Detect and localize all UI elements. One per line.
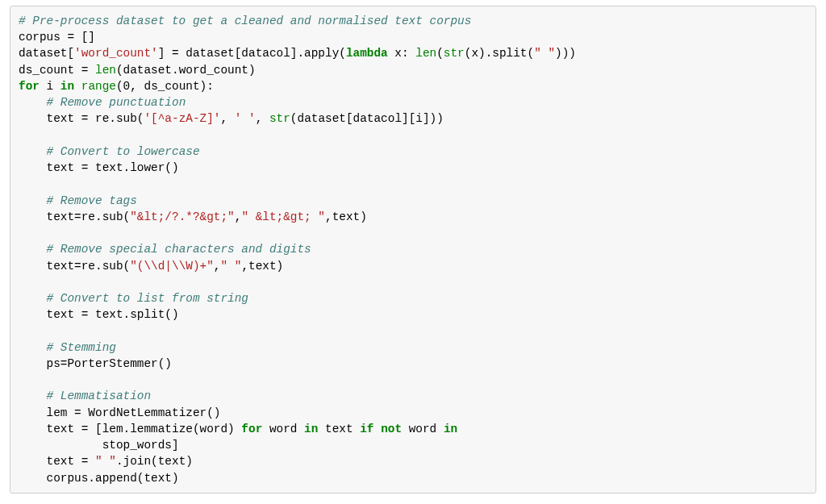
code-token: text=re.sub( <box>47 260 131 273</box>
code-token: text = [lem.lemmatize(word) <box>47 423 242 435</box>
indent <box>19 455 47 468</box>
string-token: " " <box>220 260 241 273</box>
indent <box>19 406 47 419</box>
indent <box>19 389 47 402</box>
indent <box>19 161 47 174</box>
code-token: word <box>262 423 304 435</box>
code-line: text = text.lower() <box>47 161 179 174</box>
indent <box>19 243 47 256</box>
code-token: .join(text) <box>116 455 193 468</box>
string-token: "&lt;/?.*?&gt;" <box>130 210 235 223</box>
comment: # Lemmatisation <box>47 389 152 402</box>
indent <box>19 439 102 452</box>
code-token: , <box>220 112 234 125</box>
builtin-token: len <box>415 47 436 60</box>
code-token: dataset[ <box>19 47 74 60</box>
code-token: text=re.sub( <box>47 210 131 223</box>
code-token: text = re.sub( <box>47 112 144 125</box>
number-token: 0 <box>123 80 131 93</box>
comment: # Convert to lowercase <box>47 145 200 158</box>
keyword-token: for <box>241 423 262 435</box>
code-token: ,text) <box>325 210 367 223</box>
comment: # Remove special characters and digits <box>47 243 311 256</box>
indent <box>19 194 47 207</box>
code-token: ds_count = <box>19 64 95 77</box>
code-token: ))) <box>555 47 576 60</box>
code-token: ,text) <box>241 260 283 273</box>
code-line: corpus = [] <box>19 31 95 44</box>
keyword-token: if <box>360 423 373 435</box>
code-block: # Pre-process dataset to get a cleaned a… <box>10 6 816 494</box>
builtin-token: len <box>95 64 116 77</box>
code-token: , <box>256 112 269 125</box>
string-token: " " <box>95 455 116 468</box>
builtin-token: str <box>444 47 465 60</box>
code-token: x: <box>388 47 416 60</box>
string-token: '[^a-zA-Z]' <box>144 112 220 125</box>
code-token: (dataset.word_count) <box>116 64 256 77</box>
indent <box>19 423 47 435</box>
indent <box>19 112 47 125</box>
code-token: word <box>402 423 444 435</box>
code-line: lem = WordNetLemmatizer() <box>47 406 221 419</box>
keyword-token: in <box>444 423 457 435</box>
code-line: text = text.split() <box>47 308 179 321</box>
code-token <box>374 423 382 435</box>
code-token: , ds_count): <box>130 80 214 93</box>
code-token: ( <box>436 47 444 60</box>
code-token: i <box>40 80 60 93</box>
code-token: ] = dataset[datacol].apply( <box>158 47 346 60</box>
code-token: (dataset[datacol][i])) <box>290 112 444 125</box>
code-token: (x).split( <box>465 47 534 60</box>
builtin-token: str <box>269 112 290 125</box>
comment: # Remove tags <box>47 194 137 207</box>
indent <box>19 96 47 109</box>
indent <box>19 472 47 485</box>
indent <box>19 308 47 321</box>
string-token: "(\\d|\\W)+" <box>130 260 214 273</box>
code-line: ps=PorterStemmer() <box>47 357 172 370</box>
indent <box>19 260 47 273</box>
code-token: stop_words] <box>102 439 179 452</box>
code-token: text = <box>47 455 95 468</box>
keyword-token: lambda <box>346 47 388 60</box>
comment: # Remove punctuation <box>47 96 186 109</box>
indent <box>19 210 47 223</box>
indent <box>19 357 47 370</box>
string-token: " " <box>534 47 555 60</box>
indent <box>19 341 47 354</box>
code-token: text <box>318 423 360 435</box>
comment: # Stemming <box>47 341 116 354</box>
string-token: " &lt;&gt; " <box>241 210 325 223</box>
comment: # Pre-process dataset to get a cleaned a… <box>19 15 471 27</box>
builtin-token: range <box>81 80 116 93</box>
string-token: 'word_count' <box>74 47 158 60</box>
code-line: corpus.append(text) <box>47 472 179 485</box>
comment: # Convert to list from string <box>47 292 248 305</box>
keyword-token: not <box>381 423 402 435</box>
code-token: ( <box>116 80 123 93</box>
keyword-token: in <box>60 80 74 93</box>
keyword-token: for <box>19 80 40 93</box>
keyword-token: in <box>304 423 318 435</box>
indent <box>19 292 47 305</box>
code-token <box>74 80 81 93</box>
string-token: ' ' <box>235 112 256 125</box>
indent <box>19 145 47 158</box>
